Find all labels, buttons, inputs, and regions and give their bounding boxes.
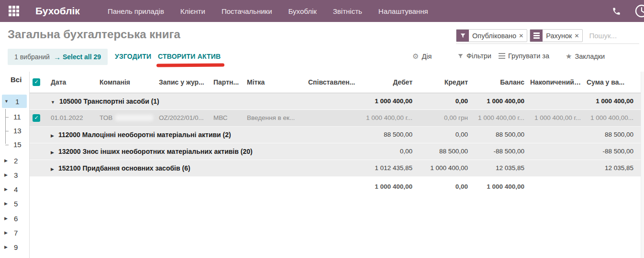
col-header-balance[interactable]: Баланс [471,72,527,93]
vertical-scrollbar[interactable] [641,72,644,258]
group-row-112000[interactable]: ▶112000 Малоцінні необоротні матеріальні… [30,126,644,143]
col-header-debit[interactable]: Дебет [360,72,415,93]
group-credit: 0,00 [415,126,471,143]
main-menu: Панель приладів Клієнти Постачальники Бу… [108,7,428,15]
facet-text: Рахунок [546,32,572,40]
caret-right-icon[interactable]: ▶ [51,150,54,155]
caret-right-icon[interactable]: ▶ [51,167,54,172]
col-header-credit[interactable]: Кредит [415,72,471,93]
total-debit: 1 000 400,00 [360,176,415,196]
col-header-partner[interactable]: Партн... [211,72,244,93]
select-all-link[interactable]: → Select all 29 [54,53,101,61]
reconcile-button[interactable]: УЗГОДИТИ [115,53,151,60]
sidebar-item-9[interactable]: ▶ 9 [0,240,29,254]
group-row-132000[interactable]: ▶132000 Знос інших необоротних матеріаль… [30,143,644,160]
sidebar-item-2[interactable]: ▶ 2 [0,154,29,167]
caret-right-icon: ▶ [4,158,8,163]
create-asset-button[interactable]: СТВОРИТИ АКТИВ [158,53,221,60]
sidebar-item-11[interactable]: 11 [0,110,22,124]
action-menu-button[interactable]: ⚙ Дія [412,52,432,61]
arrow-right-icon: → [54,53,61,61]
row-checkbox-checked[interactable]: ✓ [33,114,40,122]
facet-text: Опубліковано [472,32,516,40]
col-header-accumulated[interactable]: Накопичений ... [527,72,584,93]
search-bar[interactable]: Опубліковано ✕ Рахунок ✕ [456,28,639,44]
group-balance: 1 000 400,00 [471,93,527,109]
account-tree-sidebar: Всі ▼ 1 11 13 15 [0,72,30,258]
group-debit: 0,00 [360,143,415,160]
sidebar-item-label: 4 [14,185,18,194]
sidebar-item-13[interactable]: 13 [0,124,22,138]
menu-customers[interactable]: Клієнти [180,7,205,15]
caret-right-icon[interactable]: ▶ [51,133,54,138]
facet-label: Опубліковано ✕ [469,30,527,42]
sidebar-item-6[interactable]: ▶ 6 [0,212,29,225]
filter-icon [456,30,469,42]
sidebar-item-5[interactable]: ▶ 5 [0,197,29,210]
page-title: Загальна бухгалтерська книга [8,28,180,41]
favorites-label: Закладки [575,53,605,60]
search-input[interactable] [589,32,642,40]
col-header-company[interactable]: Компанія [97,72,156,93]
caret-right-icon: ▶ [4,187,8,192]
search-facet-groupby: Рахунок ✕ [530,29,583,42]
caret-down-icon: ▼ [4,99,9,104]
group-balance: 12 035,85 [471,160,527,176]
menu-settings[interactable]: Налаштування [378,7,428,15]
sidebar-header-all[interactable]: Всі [11,75,22,84]
cell-amount-currency: 1 000 400,00... [584,109,636,126]
redacted-company-name [115,115,153,121]
sidebar-item-1-selected[interactable]: ▼ 1 [2,95,27,108]
col-header-date[interactable]: Дата [48,72,97,93]
cell-company: ТОВ [100,114,153,121]
filters-button[interactable]: Фільтри [457,52,491,60]
group-row-105000[interactable]: ▼105000 Транспортні засоби (1) 1 000 400… [30,93,644,109]
group-by-button[interactable]: Групувати за [499,52,549,60]
col-header-matching[interactable]: Співставлен... [305,72,360,93]
table-header-row: ✓ Дата Компанія Запис у жур... Партн... … [30,72,644,93]
cell-matching [305,109,360,126]
move-line-row[interactable]: ✓ 01.01.2022 ТОВ OZ/2022/01/0... МВС Вве… [30,109,644,126]
sidebar-item-4[interactable]: ▶ 4 [0,183,29,196]
close-icon[interactable]: ✕ [519,32,523,39]
menu-vendors[interactable]: Постачальники [222,7,272,15]
facet-label: Рахунок ✕ [543,30,582,42]
group-accumulated [527,143,584,160]
sidebar-item-label: 11 [13,113,21,121]
sidebar-item-7[interactable]: ▶ 7 [0,226,29,239]
activity-clock-icon[interactable] [633,3,644,19]
caret-down-icon[interactable]: ▼ [51,100,55,105]
check-icon: ✓ [34,115,38,121]
menu-accounting[interactable]: Бухоблік [289,7,317,15]
cell-date: 01.01.2022 [48,109,97,126]
app-title[interactable]: Бухоблік [35,5,80,17]
col-header-journal-entry[interactable]: Запис у жур... [156,72,211,93]
favorites-button[interactable]: ★ Закладки [566,52,605,61]
top-navbar: Бухоблік Панель приладів Клієнти Постача… [0,0,644,22]
menu-reporting[interactable]: Звітність [333,7,362,15]
group-by-icon [530,30,543,42]
close-icon[interactable]: ✕ [574,32,579,39]
col-header-label[interactable]: Мітка [244,72,305,93]
menu-dashboard[interactable]: Панель приладів [108,7,164,15]
sidebar-item-label: 6 [14,215,18,223]
phone-icon[interactable] [612,7,621,16]
sidebar-item-3[interactable]: ▶ 3 [0,168,29,182]
total-balance: 1 000 400,00 [471,176,527,196]
col-header-amount-currency[interactable]: Сума у ва... [584,72,636,93]
sidebar-children-of-1: 11 13 15 [0,110,22,151]
sidebar-item-label: 2 [14,157,18,165]
select-all-checkbox[interactable]: ✓ [33,78,40,86]
sidebar-item-15[interactable]: 15 [0,138,22,151]
cell-debit: 1 000 400,00 г... [360,109,415,126]
group-label: 112000 Малоцінні необоротні матеріальні … [58,131,231,139]
select-all-label: Select all 29 [63,53,101,61]
filter-icon [457,53,464,59]
caret-right-icon: ▶ [4,245,8,249]
red-annotation-underline [156,64,224,67]
tree-tick [5,117,9,118]
group-by-icon [499,53,505,59]
company-prefix: ТОВ [100,114,112,121]
apps-grid-icon[interactable] [9,6,19,16]
group-row-152100[interactable]: ▶152100 Придбання основних засобів (6) 1… [30,160,644,176]
